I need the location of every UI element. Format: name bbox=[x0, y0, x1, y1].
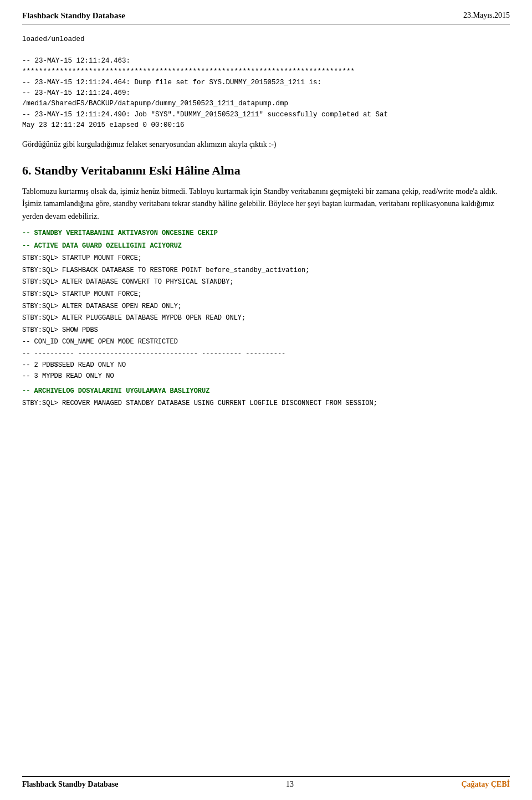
code-line: STBY:SQL> FLASHBACK DATABASE TO RESTORE … bbox=[22, 265, 510, 276]
table-line: -- CON_ID CON_NAME OPEN MODE RESTRICTED bbox=[22, 337, 510, 347]
last-code-line: STBY:SQL> RECOVER MANAGED STANDBY DATABA… bbox=[22, 398, 510, 409]
code-line: STBY:SQL> ALTER DATABASE CONVERT TO PHYS… bbox=[22, 277, 510, 288]
table-line: -- 3 MYPDB READ ONLY NO bbox=[22, 371, 510, 382]
normal-text-1: Gördüğünüz gibi kurguladığımız felaket s… bbox=[22, 139, 510, 151]
comment-line-2: -- ACTIVE DATA GUARD OZELLIGINI ACIYORUZ bbox=[22, 241, 510, 252]
normal-text-2: Tablomuzu kurtarmış olsak da, işimiz hen… bbox=[22, 186, 510, 223]
section-number: 6. bbox=[22, 163, 32, 177]
comment-line-1: -- STANDBY VERITABANINI AKTIVASYON ONCES… bbox=[22, 228, 510, 239]
code-lines-container: STBY:SQL> STARTUP MOUNT FORCE;STBY:SQL> … bbox=[22, 253, 510, 335]
header-title: Flashback Standby Database bbox=[22, 11, 125, 20]
content-area: loaded/unloaded -- 23-MAY-15 12:11:24.46… bbox=[22, 34, 510, 409]
section-heading: 6. Standby Veritabanını Eski Hâline Alma bbox=[22, 161, 510, 180]
table-lines-container: -- CON_ID CON_NAME OPEN MODE RESTRICTED-… bbox=[22, 337, 510, 381]
code-block: -- STANDBY VERITABANINI AKTIVASYON ONCES… bbox=[22, 228, 510, 409]
section-title: Standby Veritabanını Eski Hâline Alma bbox=[34, 163, 241, 177]
table-line: -- ---------- --------------------------… bbox=[22, 348, 510, 359]
code-line: STBY:SQL> ALTER DATABASE OPEN READ ONLY; bbox=[22, 301, 510, 312]
footer-page-number: 13 bbox=[286, 780, 294, 789]
comment-line-3: -- ARCHIVELOG DOSYALARINI UYGULAMAYA BAS… bbox=[22, 386, 510, 397]
footer-left: Flashback Standby Database bbox=[22, 780, 119, 789]
page-header: Flashback Standby Database 23.Mayıs.2015 bbox=[22, 11, 510, 24]
code-line: STBY:SQL> SHOW PDBS bbox=[22, 325, 510, 336]
mono-block-1: loaded/unloaded -- 23-MAY-15 12:11:24.46… bbox=[22, 34, 510, 131]
page-container: Flashback Standby Database 23.Mayıs.2015… bbox=[0, 0, 532, 800]
header-date: 23.Mayıs.2015 bbox=[463, 11, 510, 20]
code-line: STBY:SQL> STARTUP MOUNT FORCE; bbox=[22, 289, 510, 300]
table-line: -- 2 PDB$SEED READ ONLY NO bbox=[22, 360, 510, 371]
code-line: STBY:SQL> STARTUP MOUNT FORCE; bbox=[22, 253, 510, 264]
page-footer: Flashback Standby Database 13 Çağatay ÇE… bbox=[22, 776, 510, 789]
footer-right: Çağatay ÇEBİ bbox=[461, 780, 510, 789]
code-line: STBY:SQL> ALTER PLUGGABLE DATABASE MYPDB… bbox=[22, 313, 510, 324]
